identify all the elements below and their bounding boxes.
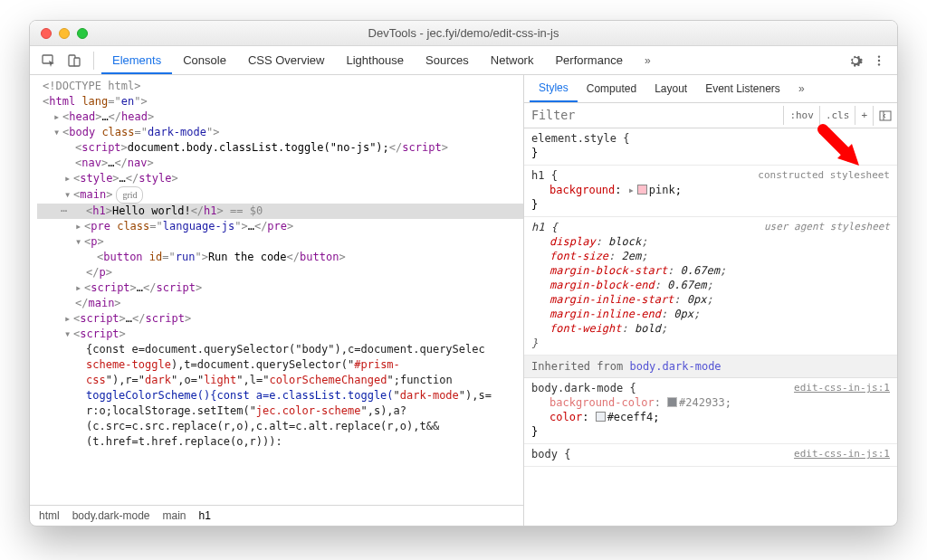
tabs-overflow-icon[interactable]: » (641, 51, 655, 71)
breadcrumb: html body.dark-mode main h1 (30, 505, 523, 526)
color-swatch-icon[interactable] (667, 397, 677, 407)
hov-toggle[interactable]: :hov (783, 106, 819, 125)
device-toggle-icon[interactable] (62, 50, 86, 71)
ellipsis-icon[interactable]: ⋯ (61, 204, 67, 219)
tab-network[interactable]: Network (480, 46, 545, 74)
inherited-header: Inherited from body.dark-mode (524, 356, 897, 378)
color-swatch-icon[interactable] (596, 412, 606, 422)
svg-point-5 (878, 63, 880, 65)
style-rules: element.style { } constructed stylesheet… (524, 128, 897, 526)
styles-tabs: Styles Computed Layout Event Listeners » (524, 75, 897, 103)
source-link[interactable]: edit-css-in-js:1 (794, 447, 890, 461)
svg-point-4 (878, 59, 880, 61)
tab-layout[interactable]: Layout (645, 76, 696, 101)
tab-css-overview[interactable]: CSS Overview (237, 46, 336, 74)
titlebar: DevTools - jec.fyi/demo/edit-css-in-js (30, 21, 897, 46)
source-label: user agent stylesheet (764, 220, 890, 234)
dom-tree[interactable]: <!DOCTYPE html> <html lang="en"> ▸<head>… (30, 75, 523, 505)
window-title: DevTools - jec.fyi/demo/edit-css-in-js (30, 26, 897, 40)
selected-node[interactable]: <h1>Hello world!</h1> == $0 (37, 204, 523, 219)
svg-rect-6 (880, 111, 891, 120)
crumb-main[interactable]: main (163, 509, 186, 522)
tab-event-listeners[interactable]: Event Listeners (696, 76, 789, 101)
rule-h1-constructed[interactable]: constructed stylesheet h1 { background: … (524, 166, 897, 217)
devtools-window: DevTools - jec.fyi/demo/edit-css-in-js E… (29, 20, 898, 527)
tab-performance[interactable]: Performance (544, 46, 633, 74)
doctype: <!DOCTYPE html> (43, 80, 140, 92)
separator (93, 52, 94, 70)
main-toolbar: Elements Console CSS Overview Lighthouse… (30, 46, 897, 75)
dom-pane: <!DOCTYPE html> <html lang="en"> ▸<head>… (30, 75, 524, 526)
tab-sources[interactable]: Sources (415, 46, 480, 74)
panel-tabs: Elements Console CSS Overview Lighthouse… (101, 46, 634, 74)
grid-badge[interactable]: grid (116, 186, 143, 204)
rule-h1-ua[interactable]: user agent stylesheet h1 { display: bloc… (524, 217, 897, 356)
main-panes: <!DOCTYPE html> <html lang="en"> ▸<head>… (30, 75, 897, 526)
styles-tabs-overflow-icon[interactable]: » (795, 79, 808, 99)
tab-computed[interactable]: Computed (578, 76, 645, 101)
styles-pane: Styles Computed Layout Event Listeners »… (524, 75, 897, 526)
crumb-body[interactable]: body.dark-mode (72, 509, 150, 522)
svg-rect-2 (74, 58, 80, 66)
cls-toggle[interactable]: .cls (819, 106, 855, 125)
color-swatch-icon[interactable] (637, 185, 647, 195)
gear-icon[interactable] (845, 50, 866, 71)
source-link[interactable]: edit-css-in-js:1 (794, 381, 890, 395)
computed-toggle-icon[interactable] (873, 106, 897, 126)
inspect-element-icon[interactable] (37, 50, 61, 71)
svg-point-3 (878, 55, 880, 57)
crumb-h1[interactable]: h1 (199, 509, 211, 522)
kebab-icon[interactable] (868, 50, 890, 71)
new-rule-button[interactable]: + (855, 106, 873, 125)
rule-body-darkmode[interactable]: edit-css-in-js:1 body.dark-mode { backgr… (524, 378, 897, 444)
filter-row: :hov .cls + (524, 103, 897, 128)
source-label: constructed stylesheet (758, 168, 890, 183)
rule-element-style[interactable]: element.style { } (524, 128, 897, 166)
tab-styles[interactable]: Styles (530, 75, 578, 102)
rule-body[interactable]: edit-css-in-js:1 body { (524, 444, 897, 467)
filter-input[interactable] (524, 105, 783, 126)
crumb-html[interactable]: html (39, 509, 60, 522)
tab-elements[interactable]: Elements (101, 46, 172, 74)
tab-lighthouse[interactable]: Lighthouse (335, 46, 415, 74)
inherited-link[interactable]: body.dark-mode (629, 360, 721, 373)
tab-console[interactable]: Console (172, 46, 237, 74)
